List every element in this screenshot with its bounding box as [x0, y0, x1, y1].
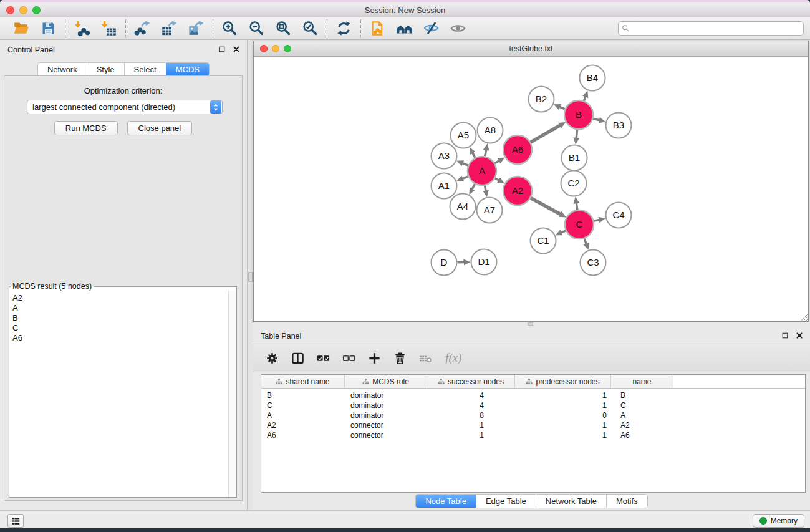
table-cell[interactable]: 1 [427, 431, 515, 440]
deselect-all-icon[interactable] [341, 351, 356, 365]
table-cell[interactable]: 1 [515, 401, 611, 410]
network-overview-icon[interactable] [396, 20, 413, 37]
delete-column-icon[interactable] [392, 351, 407, 365]
node-A4[interactable]: A4 [450, 194, 476, 220]
node-A7[interactable]: A7 [477, 198, 503, 223]
export-image-icon[interactable] [188, 20, 205, 37]
edge-B-B3[interactable] [593, 118, 599, 120]
table-cell[interactable]: 4 [427, 401, 515, 410]
node-B1[interactable]: B1 [562, 145, 587, 171]
zoom-in-icon[interactable] [221, 20, 238, 37]
optimization-select[interactable]: largest connected component (directed) [27, 100, 223, 114]
export-table-icon[interactable] [161, 20, 178, 37]
edge-A-A4[interactable] [472, 184, 475, 189]
tab-motifs[interactable]: Motifs [606, 495, 647, 508]
search-input[interactable] [618, 21, 804, 36]
table-cell[interactable]: dominator [345, 391, 427, 400]
edge-C-C2[interactable] [576, 203, 577, 210]
table-cell[interactable]: 4 [427, 391, 515, 400]
divider-grip[interactable] [528, 322, 533, 326]
table-cell[interactable]: A [611, 411, 673, 420]
float-panel-icon[interactable] [781, 332, 789, 340]
close-panel-icon[interactable] [796, 332, 804, 340]
export-network-icon[interactable] [134, 20, 151, 37]
import-network-icon[interactable] [74, 20, 90, 37]
node-B3[interactable]: B3 [606, 113, 632, 138]
table-cell[interactable]: 1 [515, 431, 611, 440]
result-scrollbar[interactable] [228, 291, 236, 497]
table-row[interactable]: Adominator80A [261, 410, 805, 420]
result-list-item[interactable]: A [12, 303, 228, 313]
node-B[interactable]: B [564, 100, 593, 129]
edge-A-A6[interactable] [495, 161, 499, 163]
edge-A-A8[interactable] [485, 150, 486, 156]
edge-A-A1[interactable] [463, 177, 468, 179]
vertical-split-divider[interactable] [248, 40, 253, 510]
node-A8[interactable]: A8 [478, 118, 503, 143]
table-cell[interactable]: 1 [427, 421, 515, 430]
node-A6[interactable]: A6 [503, 135, 532, 164]
float-panel-icon[interactable] [218, 46, 226, 54]
result-list-item[interactable]: A2 [12, 293, 228, 303]
edge-C-C3[interactable] [584, 239, 586, 244]
node-C2[interactable]: C2 [561, 171, 587, 196]
table-cell[interactable]: connector [345, 421, 427, 430]
table-cell[interactable]: 1 [515, 391, 611, 400]
memory-button[interactable]: Memory [753, 514, 804, 528]
edge-A-A5[interactable] [473, 153, 475, 158]
gear-icon[interactable] [264, 351, 279, 365]
result-list-item[interactable]: C [12, 323, 228, 333]
network-canvas[interactable]: B4B2BB3A8A5A6A3B1AC2A1A2A4A7C4CC1C3DD1 [254, 57, 808, 321]
table-cell[interactable]: B [611, 391, 673, 400]
node-A5[interactable]: A5 [451, 123, 476, 148]
table-cell[interactable]: dominator [345, 411, 427, 420]
node-A1[interactable]: A1 [432, 173, 457, 199]
table-cell[interactable]: C [611, 401, 673, 410]
table-cell[interactable]: dominator [345, 401, 427, 410]
table-cell[interactable]: A2 [261, 421, 345, 430]
close-panel-button[interactable]: Close panel [127, 121, 193, 135]
table-cell[interactable]: 0 [515, 411, 611, 420]
column-header-shared-name[interactable]: shared name [261, 375, 345, 388]
node-A2[interactable]: A2 [503, 177, 532, 205]
edge-A-A7[interactable] [485, 186, 486, 191]
task-history-button[interactable] [7, 514, 24, 528]
edge-C-C4[interactable] [594, 220, 599, 221]
close-panel-icon[interactable] [233, 46, 241, 54]
edge-C-C1[interactable] [561, 231, 566, 233]
window-resize-grip[interactable] [800, 313, 808, 321]
edge-B-B1[interactable] [576, 130, 577, 138]
tab-select[interactable]: Select [124, 63, 166, 75]
result-list-item[interactable]: B [12, 313, 228, 323]
zoom-selected-icon[interactable] [302, 20, 319, 37]
result-list-item[interactable]: A6 [12, 333, 228, 343]
horizontal-split-divider[interactable] [253, 322, 810, 326]
column-header-successor-nodes[interactable]: successor nodes [427, 375, 515, 388]
column-header-name[interactable]: name [611, 375, 673, 388]
split-columns-icon[interactable] [290, 351, 305, 365]
table-cell[interactable]: connector [345, 431, 427, 440]
run-mcds-button[interactable]: Run MCDS [54, 121, 118, 135]
column-header-mcds-role[interactable]: MCDS role [345, 375, 427, 388]
tab-mcds[interactable]: MCDS [166, 63, 209, 75]
node-B2[interactable]: B2 [529, 87, 554, 112]
node-C1[interactable]: C1 [531, 228, 556, 254]
node-C3[interactable]: C3 [581, 250, 606, 276]
add-column-icon[interactable] [367, 351, 382, 365]
select-all-icon[interactable] [316, 351, 330, 365]
clone-network-icon[interactable] [369, 20, 386, 37]
tab-network-table[interactable]: Network Table [536, 495, 606, 508]
table-row[interactable]: A2connector11A2 [261, 420, 805, 430]
node-D[interactable]: D [432, 250, 457, 276]
table-row[interactable]: Cdominator41C [261, 400, 805, 410]
zoom-out-icon[interactable] [248, 20, 265, 37]
save-session-icon[interactable] [40, 20, 57, 37]
edge-B-B2[interactable] [560, 107, 565, 109]
table-cell[interactable]: C [261, 401, 345, 410]
table-row[interactable]: Bdominator41B [261, 390, 805, 400]
node-A[interactable]: A [468, 157, 496, 185]
edge-A2-C[interactable] [531, 198, 561, 215]
edge-A6-B[interactable] [531, 125, 560, 142]
node-C[interactable]: C [565, 210, 594, 239]
node-B4[interactable]: B4 [580, 65, 605, 91]
